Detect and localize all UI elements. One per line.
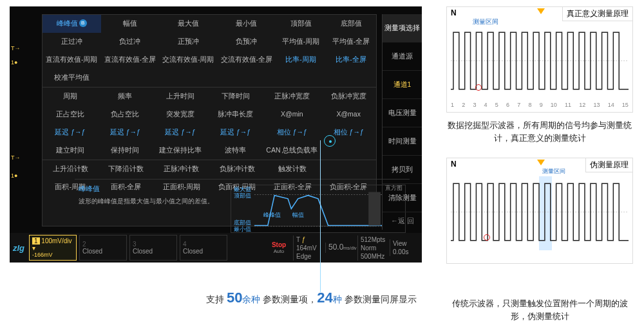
acquire-block[interactable]: 512Mpts Norm 500MHz — [357, 235, 390, 261]
side-menu-header: 测量项选择 — [383, 14, 422, 42]
menu-item[interactable]: 延迟 ƒ→ƒ — [43, 124, 98, 142]
menu-item[interactable]: 负脉冲宽度 — [321, 88, 376, 106]
waveform-illustration: 最大值 顶部值 峰峰值 幅值 底部值 最小值 直方图 — [231, 185, 406, 233]
bottom-caption: 支持 50余种 参数测量项，24种 参数测量同屏显示 — [206, 290, 417, 306]
diagram1-caption: 数据挖掘型示波器，所有周期的信号均参与测量统计，真正意义的测量统计 — [446, 119, 633, 144]
ch1-marker-top: 1● — [11, 59, 17, 66]
side-menu-clear[interactable]: 清除测量 — [383, 184, 422, 212]
channel-1-block[interactable]: 1 100mV/div ▾ -166mV — [29, 235, 77, 261]
menu-item[interactable]: 平均值-全屏 — [326, 33, 376, 51]
trigger-marker-icon — [537, 8, 545, 14]
highlight-circle-icon — [475, 84, 482, 91]
menu-item[interactable]: 正脉冲宽度 — [263, 88, 321, 106]
menu-item[interactable]: 比率-全屏 — [326, 51, 376, 69]
menu-item[interactable]: 比率-周期 — [276, 51, 326, 69]
menu-item[interactable]: 负脉冲计数 — [209, 160, 265, 178]
trigger-marker-icon — [537, 160, 545, 165]
menu-item[interactable]: 下降时间 — [208, 88, 263, 106]
menu-item[interactable]: 校准平均值 — [43, 69, 101, 87]
menu-item[interactable]: 保持时间 — [98, 142, 153, 160]
menu-item[interactable]: 周期 — [43, 88, 98, 106]
menu-item[interactable]: 触发计数 — [265, 160, 320, 178]
menu-item-peak[interactable]: 峰峰值B — [43, 15, 101, 33]
measurement-menu: 峰峰值B 幅值 最大值 最小值 顶部值 底部值 正过冲 负过冲 正预冲 负预冲 … — [42, 14, 377, 226]
menu-item[interactable]: 频率 — [98, 88, 153, 106]
svg-rect-2 — [368, 192, 381, 225]
menu-item[interactable]: 相位 ƒ→ƒ — [263, 124, 321, 142]
trigger-marker-top: T→ — [11, 45, 21, 51]
menu-item[interactable]: 脉冲串长度 — [208, 106, 263, 124]
tick-row: 123456789101112131415 — [451, 102, 629, 108]
menu-item[interactable]: 建立保持比率 — [153, 142, 208, 160]
menu-item[interactable]: 顶部值 — [276, 15, 326, 33]
channel-3-block[interactable]: 3 Closed — [129, 235, 177, 261]
channel-4-block[interactable]: 4 Closed — [180, 235, 227, 261]
timebase-block[interactable]: 50.0ms/div — [325, 243, 357, 253]
menu-item[interactable]: 延迟 ƒ→ƒ — [153, 124, 208, 142]
menu-item[interactable]: 正预冲 — [159, 33, 218, 51]
side-menu-copy[interactable]: 拷贝到 — [383, 156, 422, 184]
desc-title: 峰峰值 — [79, 185, 227, 194]
highlight-circle-icon — [484, 234, 490, 241]
ch1-marker-bot: 1● — [11, 172, 17, 179]
menu-item[interactable]: 上升沿计数 — [43, 160, 98, 178]
side-menu-ch1[interactable]: 通道1 — [383, 71, 422, 99]
menu-item[interactable]: 延迟 ƒ→ƒ — [98, 124, 153, 142]
menu-item[interactable]: 建立时间 — [43, 142, 98, 160]
menu-item[interactable]: 正过冲 — [43, 33, 101, 51]
menu-item[interactable]: 负占空比 — [98, 106, 153, 124]
pulse-train-icon — [451, 176, 629, 248]
run-stop-status[interactable]: Stop Auto — [265, 241, 293, 254]
callout-dot-icon — [324, 135, 336, 147]
diagram-title: 真正意义测量原理 — [562, 7, 632, 21]
diagram-false-measure: N 伪测量原理 测量区间 — [446, 158, 633, 264]
menu-item[interactable]: 底部值 — [326, 15, 376, 33]
side-menu-channel-src[interactable]: 通道源 — [383, 42, 422, 71]
menu-item[interactable]: 正脉冲计数 — [154, 160, 209, 178]
menu-item[interactable]: X@min — [263, 106, 321, 124]
menu-item[interactable]: 延迟 ƒ→ƒ — [208, 124, 263, 142]
side-menu: 测量项选择 通道源 通道1 电压测量 时间测量 拷贝到 清除测量 ← 返 回 — [382, 14, 422, 230]
menu-item[interactable]: 负过冲 — [101, 33, 160, 51]
badge-b-icon: B — [79, 19, 87, 27]
menu-item[interactable]: 幅值 — [101, 15, 160, 33]
menu-item[interactable]: 正占空比 — [43, 106, 98, 124]
back-button[interactable]: ← 返 回 — [383, 212, 422, 230]
side-menu-time[interactable]: 时间测量 — [383, 127, 422, 156]
brand-logo: zlg — [10, 243, 28, 253]
channel-2-block[interactable]: 2 Closed — [79, 235, 127, 261]
menu-item[interactable]: 最大值 — [159, 15, 218, 33]
menu-item[interactable]: 交流有效值-周期 — [159, 51, 218, 69]
diagram2-caption: 传统示波器，只测量触发位置附件一个周期的波形，伪测量统计 — [446, 297, 633, 322]
menu-item[interactable]: 下降沿计数 — [98, 160, 153, 178]
menu-item[interactable]: 直流有效值-全屏 — [101, 51, 160, 69]
description-panel: 峰峰值 波形的峰峰值是指最大值与最小值之间的差值。 最大值 顶部值 峰峰值 幅值… — [75, 179, 410, 237]
menu-item-can-bus[interactable]: CAN 总线负载率 — [263, 142, 321, 160]
status-bar: zlg 1 100mV/div ▾ -166mV 2 Closed 3 Clos… — [10, 233, 422, 263]
menu-item[interactable]: X@max — [321, 106, 376, 124]
trigger-marker-bot: T→ — [11, 154, 21, 161]
menu-item[interactable]: 平均值-周期 — [276, 33, 326, 51]
menu-item[interactable]: 突发宽度 — [153, 106, 208, 124]
menu-item[interactable]: 上升时间 — [153, 88, 208, 106]
side-menu-voltage[interactable]: 电压测量 — [383, 99, 422, 127]
menu-item[interactable]: 交流有效值-全屏 — [218, 51, 276, 69]
menu-item[interactable]: 负预冲 — [218, 33, 276, 51]
diagram-true-measure: N 真正意义测量原理 测量区间 123456789101112131415 — [446, 6, 633, 113]
diagram-title: 伪测量原理 — [585, 158, 632, 172]
menu-item[interactable]: 波特率 — [208, 142, 263, 160]
menu-item[interactable]: 最小值 — [218, 15, 276, 33]
menu-item[interactable]: 直流有效值-周期 — [43, 51, 101, 69]
desc-body: 波形的峰峰值是指最大值与最小值之间的差值。 — [79, 197, 227, 206]
view-block[interactable]: View 0.00s — [390, 239, 422, 256]
oscilloscope-screen: T→ 1● T→ 1● 峰峰值B 幅值 最大值 最小值 顶部值 底部值 正过冲 … — [10, 6, 422, 263]
region-label: 测量区间 — [542, 167, 565, 176]
callout-line — [320, 140, 321, 292]
